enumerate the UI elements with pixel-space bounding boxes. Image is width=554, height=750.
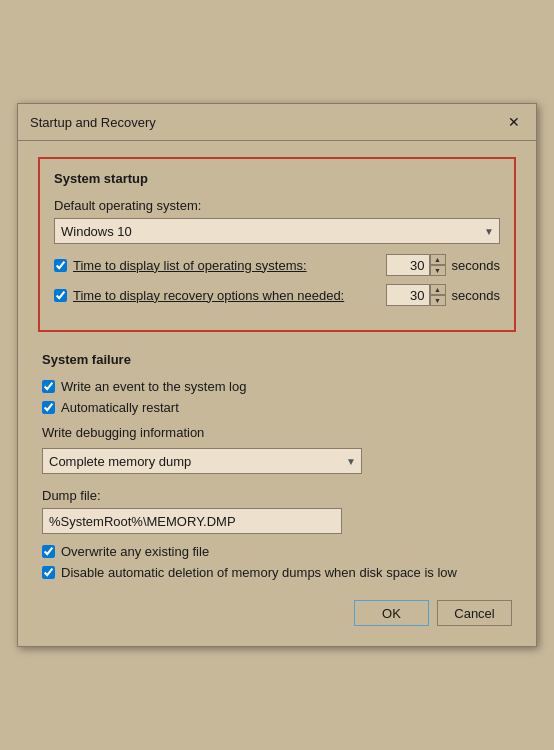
time-recovery-label: Time to display recovery options when ne… bbox=[73, 288, 378, 303]
time-display-row: Time to display list of operating system… bbox=[54, 254, 500, 276]
write-event-row: Write an event to the system log bbox=[42, 379, 512, 394]
overwrite-checkbox[interactable] bbox=[42, 545, 55, 558]
dump-file-input[interactable] bbox=[42, 508, 342, 534]
time-recovery-up-button[interactable]: ▲ bbox=[430, 284, 446, 295]
dialog-title: Startup and Recovery bbox=[30, 115, 156, 130]
time-recovery-row: Time to display recovery options when ne… bbox=[54, 284, 500, 306]
write-event-label: Write an event to the system log bbox=[61, 379, 246, 394]
time-recovery-seconds: seconds bbox=[452, 288, 500, 303]
close-button[interactable]: ✕ bbox=[504, 112, 524, 132]
ok-button[interactable]: OK bbox=[354, 600, 429, 626]
debug-select-wrapper: Complete memory dump Small memory dump K… bbox=[42, 448, 362, 474]
write-event-checkbox[interactable] bbox=[42, 380, 55, 393]
title-bar: Startup and Recovery ✕ bbox=[18, 104, 536, 141]
time-display-label: Time to display list of operating system… bbox=[73, 258, 378, 273]
dump-file-label: Dump file: bbox=[42, 488, 512, 503]
overwrite-row: Overwrite any existing file bbox=[42, 544, 512, 559]
time-display-spinner: ▲ ▼ bbox=[386, 254, 446, 276]
time-display-down-button[interactable]: ▼ bbox=[430, 265, 446, 276]
auto-restart-label: Automatically restart bbox=[61, 400, 179, 415]
auto-restart-row: Automatically restart bbox=[42, 400, 512, 415]
system-startup-section: System startup Default operating system:… bbox=[38, 157, 516, 332]
write-debug-label: Write debugging information bbox=[42, 425, 512, 440]
time-display-up-button[interactable]: ▲ bbox=[430, 254, 446, 265]
dialog-buttons: OK Cancel bbox=[38, 600, 516, 626]
os-label: Default operating system: bbox=[54, 198, 500, 213]
time-recovery-checkbox[interactable] bbox=[54, 289, 67, 302]
startup-recovery-dialog: Startup and Recovery ✕ System startup De… bbox=[17, 103, 537, 647]
system-failure-section: System failure Write an event to the sys… bbox=[38, 352, 516, 580]
time-display-input[interactable] bbox=[386, 254, 430, 276]
time-recovery-spinner: ▲ ▼ bbox=[386, 284, 446, 306]
debug-select[interactable]: Complete memory dump Small memory dump K… bbox=[42, 448, 362, 474]
time-recovery-input[interactable] bbox=[386, 284, 430, 306]
time-recovery-down-button[interactable]: ▼ bbox=[430, 295, 446, 306]
disable-auto-delete-label: Disable automatic deletion of memory dum… bbox=[61, 565, 457, 580]
time-recovery-spinner-buttons: ▲ ▼ bbox=[430, 284, 446, 306]
overwrite-label: Overwrite any existing file bbox=[61, 544, 209, 559]
system-startup-title: System startup bbox=[54, 171, 500, 186]
time-display-spinner-buttons: ▲ ▼ bbox=[430, 254, 446, 276]
os-select[interactable]: Windows 10 bbox=[54, 218, 500, 244]
disable-auto-delete-checkbox[interactable] bbox=[42, 566, 55, 579]
dialog-content: System startup Default operating system:… bbox=[18, 141, 536, 646]
cancel-button[interactable]: Cancel bbox=[437, 600, 512, 626]
time-display-seconds: seconds bbox=[452, 258, 500, 273]
system-failure-title: System failure bbox=[42, 352, 512, 367]
os-group: Default operating system: Windows 10 ▼ bbox=[54, 198, 500, 244]
os-select-wrapper: Windows 10 ▼ bbox=[54, 218, 500, 244]
disable-auto-delete-row: Disable automatic deletion of memory dum… bbox=[42, 565, 512, 580]
auto-restart-checkbox[interactable] bbox=[42, 401, 55, 414]
time-display-checkbox[interactable] bbox=[54, 259, 67, 272]
